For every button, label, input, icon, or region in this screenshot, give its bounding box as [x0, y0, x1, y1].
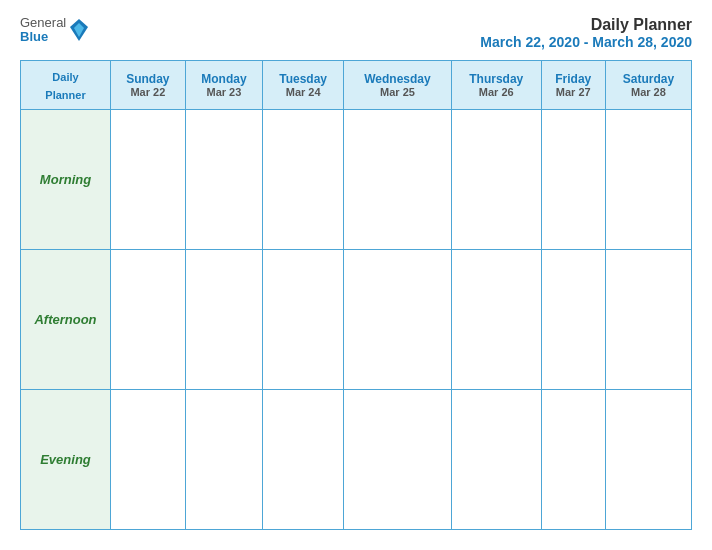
evening-friday[interactable] — [541, 390, 605, 530]
col-header-monday: Monday Mar 23 — [185, 61, 263, 110]
logo: General Blue — [20, 16, 88, 45]
afternoon-row: Afternoon — [21, 250, 692, 390]
afternoon-wednesday[interactable] — [344, 250, 452, 390]
morning-friday[interactable] — [541, 110, 605, 250]
morning-tuesday[interactable] — [263, 110, 344, 250]
planner-label-header: Daily Planner — [21, 61, 111, 110]
col-header-friday: Friday Mar 27 — [541, 61, 605, 110]
col-header-tuesday: Tuesday Mar 24 — [263, 61, 344, 110]
evening-label: Evening — [21, 390, 111, 530]
col-header-thursday: Thursday Mar 26 — [451, 61, 541, 110]
afternoon-tuesday[interactable] — [263, 250, 344, 390]
col-header-wednesday: Wednesday Mar 25 — [344, 61, 452, 110]
morning-thursday[interactable] — [451, 110, 541, 250]
evening-sunday[interactable] — [111, 390, 186, 530]
morning-monday[interactable] — [185, 110, 263, 250]
morning-sunday[interactable] — [111, 110, 186, 250]
morning-label: Morning — [21, 110, 111, 250]
evening-thursday[interactable] — [451, 390, 541, 530]
evening-tuesday[interactable] — [263, 390, 344, 530]
title-area: Daily Planner March 22, 2020 - March 28,… — [480, 16, 692, 50]
morning-row: Morning — [21, 110, 692, 250]
column-headers: Daily Planner Sunday Mar 22 Monday Mar 2… — [21, 61, 692, 110]
evening-saturday[interactable] — [605, 390, 691, 530]
afternoon-label: Afternoon — [21, 250, 111, 390]
logo-text: General Blue — [20, 16, 66, 45]
date-range: March 22, 2020 - March 28, 2020 — [480, 34, 692, 50]
morning-wednesday[interactable] — [344, 110, 452, 250]
logo-icon — [70, 19, 88, 41]
daily-planner-label: Daily Planner — [45, 71, 85, 101]
evening-monday[interactable] — [185, 390, 263, 530]
page-title: Daily Planner — [480, 16, 692, 34]
page-header: General Blue Daily Planner March 22, 202… — [20, 16, 692, 50]
evening-wednesday[interactable] — [344, 390, 452, 530]
calendar-table: Daily Planner Sunday Mar 22 Monday Mar 2… — [20, 60, 692, 530]
afternoon-sunday[interactable] — [111, 250, 186, 390]
col-header-sunday: Sunday Mar 22 — [111, 61, 186, 110]
evening-row: Evening — [21, 390, 692, 530]
morning-saturday[interactable] — [605, 110, 691, 250]
afternoon-thursday[interactable] — [451, 250, 541, 390]
col-header-saturday: Saturday Mar 28 — [605, 61, 691, 110]
logo-blue: Blue — [20, 30, 66, 44]
logo-general: General — [20, 16, 66, 30]
afternoon-friday[interactable] — [541, 250, 605, 390]
afternoon-monday[interactable] — [185, 250, 263, 390]
afternoon-saturday[interactable] — [605, 250, 691, 390]
